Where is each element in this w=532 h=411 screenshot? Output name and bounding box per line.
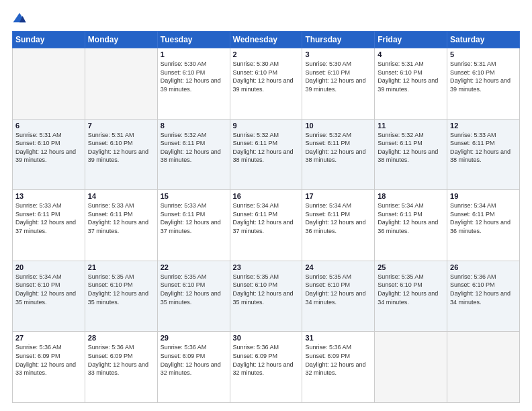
day-number: 7: [88, 122, 154, 130]
calendar-day-cell: 31Sunrise: 5:36 AM Sunset: 6:09 PM Dayli…: [302, 332, 375, 403]
day-number: 30: [233, 334, 300, 342]
calendar-day-cell: 18Sunrise: 5:34 AM Sunset: 6:11 PM Dayli…: [375, 190, 447, 261]
calendar-day-cell: 1Sunrise: 5:30 AM Sunset: 6:10 PM Daylig…: [157, 48, 230, 120]
day-info: Sunrise: 5:36 AM Sunset: 6:09 PM Dayligh…: [161, 343, 227, 377]
day-number: 1: [161, 50, 227, 58]
day-info: Sunrise: 5:35 AM Sunset: 6:10 PM Dayligh…: [378, 273, 444, 306]
day-number: 6: [15, 122, 82, 130]
calendar-day-cell: 30Sunrise: 5:36 AM Sunset: 6:09 PM Dayli…: [230, 332, 302, 403]
day-info: Sunrise: 5:36 AM Sunset: 6:09 PM Dayligh…: [88, 343, 154, 377]
day-number: 25: [378, 263, 444, 271]
calendar-day-cell: [13, 48, 85, 120]
day-number: 31: [305, 334, 371, 342]
logo-icon: [12, 11, 27, 26]
calendar-day-cell: 10Sunrise: 5:32 AM Sunset: 6:11 PM Dayli…: [302, 119, 375, 190]
day-info: Sunrise: 5:34 AM Sunset: 6:11 PM Dayligh…: [305, 201, 371, 235]
calendar-week-row: 13Sunrise: 5:33 AM Sunset: 6:11 PM Dayli…: [13, 190, 520, 261]
calendar-day-cell: 11Sunrise: 5:32 AM Sunset: 6:11 PM Dayli…: [375, 119, 447, 190]
weekday-header-cell: Thursday: [302, 32, 375, 48]
calendar-day-cell: 23Sunrise: 5:35 AM Sunset: 6:10 PM Dayli…: [230, 261, 302, 332]
day-number: 16: [233, 192, 300, 200]
calendar-table: SundayMondayTuesdayWednesdayThursdayFrid…: [12, 31, 520, 403]
calendar-day-cell: 3Sunrise: 5:30 AM Sunset: 6:10 PM Daylig…: [302, 48, 375, 120]
day-info: Sunrise: 5:32 AM Sunset: 6:11 PM Dayligh…: [233, 131, 300, 165]
calendar-day-cell: 9Sunrise: 5:32 AM Sunset: 6:11 PM Daylig…: [230, 119, 302, 190]
day-info: Sunrise: 5:33 AM Sunset: 6:11 PM Dayligh…: [88, 201, 154, 235]
day-info: Sunrise: 5:32 AM Sunset: 6:11 PM Dayligh…: [305, 131, 371, 165]
day-number: 15: [161, 192, 227, 200]
day-info: Sunrise: 5:35 AM Sunset: 6:10 PM Dayligh…: [233, 273, 300, 306]
calendar-day-cell: 27Sunrise: 5:36 AM Sunset: 6:09 PM Dayli…: [13, 332, 85, 403]
day-number: 24: [305, 263, 371, 271]
day-info: Sunrise: 5:33 AM Sunset: 6:11 PM Dayligh…: [450, 131, 517, 165]
day-info: Sunrise: 5:34 AM Sunset: 6:11 PM Dayligh…: [450, 201, 517, 235]
calendar-day-cell: 15Sunrise: 5:33 AM Sunset: 6:11 PM Dayli…: [157, 190, 230, 261]
day-info: Sunrise: 5:30 AM Sunset: 6:10 PM Dayligh…: [233, 60, 300, 93]
calendar-day-cell: 12Sunrise: 5:33 AM Sunset: 6:11 PM Dayli…: [447, 119, 520, 190]
calendar-day-cell: 20Sunrise: 5:34 AM Sunset: 6:10 PM Dayli…: [13, 261, 85, 332]
calendar-day-cell: 13Sunrise: 5:33 AM Sunset: 6:11 PM Dayli…: [13, 190, 85, 261]
weekday-header-cell: Sunday: [13, 32, 85, 48]
day-number: 18: [378, 192, 444, 200]
day-info: Sunrise: 5:31 AM Sunset: 6:10 PM Dayligh…: [15, 131, 82, 165]
day-info: Sunrise: 5:36 AM Sunset: 6:09 PM Dayligh…: [305, 343, 371, 377]
day-number: 17: [305, 192, 371, 200]
day-info: Sunrise: 5:33 AM Sunset: 6:11 PM Dayligh…: [161, 201, 227, 235]
logo: [12, 11, 30, 26]
day-number: 27: [15, 334, 82, 342]
day-number: 11: [378, 122, 444, 130]
header: [12, 11, 520, 26]
calendar-day-cell: [447, 332, 520, 403]
calendar-day-cell: 4Sunrise: 5:31 AM Sunset: 6:10 PM Daylig…: [375, 48, 447, 120]
day-info: Sunrise: 5:34 AM Sunset: 6:10 PM Dayligh…: [15, 273, 82, 306]
day-info: Sunrise: 5:31 AM Sunset: 6:10 PM Dayligh…: [88, 131, 154, 165]
day-info: Sunrise: 5:35 AM Sunset: 6:10 PM Dayligh…: [161, 273, 227, 306]
weekday-header-cell: Tuesday: [157, 32, 230, 48]
calendar-day-cell: 14Sunrise: 5:33 AM Sunset: 6:11 PM Dayli…: [85, 190, 157, 261]
day-number: 13: [15, 192, 82, 200]
calendar-day-cell: 5Sunrise: 5:31 AM Sunset: 6:10 PM Daylig…: [447, 48, 520, 120]
calendar-day-cell: 25Sunrise: 5:35 AM Sunset: 6:10 PM Dayli…: [375, 261, 447, 332]
calendar-day-cell: 16Sunrise: 5:34 AM Sunset: 6:11 PM Dayli…: [230, 190, 302, 261]
day-number: 20: [15, 263, 82, 271]
day-number: 28: [88, 334, 154, 342]
calendar-week-row: 6Sunrise: 5:31 AM Sunset: 6:10 PM Daylig…: [13, 119, 520, 190]
day-number: 4: [378, 50, 444, 58]
calendar-day-cell: 21Sunrise: 5:35 AM Sunset: 6:10 PM Dayli…: [85, 261, 157, 332]
calendar-day-cell: 26Sunrise: 5:36 AM Sunset: 6:10 PM Dayli…: [447, 261, 520, 332]
day-number: 12: [450, 122, 517, 130]
day-info: Sunrise: 5:36 AM Sunset: 6:10 PM Dayligh…: [450, 273, 517, 306]
calendar-day-cell: 2Sunrise: 5:30 AM Sunset: 6:10 PM Daylig…: [230, 48, 302, 120]
weekday-header-cell: Monday: [85, 32, 157, 48]
weekday-header-cell: Friday: [375, 32, 447, 48]
day-number: 14: [88, 192, 154, 200]
day-number: 29: [161, 334, 227, 342]
calendar-day-cell: 29Sunrise: 5:36 AM Sunset: 6:09 PM Dayli…: [157, 332, 230, 403]
day-info: Sunrise: 5:36 AM Sunset: 6:09 PM Dayligh…: [233, 343, 300, 377]
calendar-day-cell: 22Sunrise: 5:35 AM Sunset: 6:10 PM Dayli…: [157, 261, 230, 332]
day-info: Sunrise: 5:33 AM Sunset: 6:11 PM Dayligh…: [15, 201, 82, 235]
day-number: 5: [450, 50, 517, 58]
day-info: Sunrise: 5:34 AM Sunset: 6:11 PM Dayligh…: [233, 201, 300, 235]
page: SundayMondayTuesdayWednesdayThursdayFrid…: [0, 0, 532, 411]
calendar-day-cell: [375, 332, 447, 403]
calendar-day-cell: 6Sunrise: 5:31 AM Sunset: 6:10 PM Daylig…: [13, 119, 85, 190]
calendar-day-cell: 24Sunrise: 5:35 AM Sunset: 6:10 PM Dayli…: [302, 261, 375, 332]
day-number: 2: [233, 50, 300, 58]
day-number: 8: [161, 122, 227, 130]
calendar-day-cell: [85, 48, 157, 120]
calendar-week-row: 27Sunrise: 5:36 AM Sunset: 6:09 PM Dayli…: [13, 332, 520, 403]
calendar-week-row: 20Sunrise: 5:34 AM Sunset: 6:10 PM Dayli…: [13, 261, 520, 332]
day-info: Sunrise: 5:32 AM Sunset: 6:11 PM Dayligh…: [378, 131, 444, 165]
day-info: Sunrise: 5:31 AM Sunset: 6:10 PM Dayligh…: [450, 60, 517, 93]
day-info: Sunrise: 5:35 AM Sunset: 6:10 PM Dayligh…: [88, 273, 154, 306]
day-number: 3: [305, 50, 371, 58]
calendar-day-cell: 28Sunrise: 5:36 AM Sunset: 6:09 PM Dayli…: [85, 332, 157, 403]
day-info: Sunrise: 5:32 AM Sunset: 6:11 PM Dayligh…: [161, 131, 227, 165]
day-info: Sunrise: 5:30 AM Sunset: 6:10 PM Dayligh…: [305, 60, 371, 93]
calendar-day-cell: 19Sunrise: 5:34 AM Sunset: 6:11 PM Dayli…: [447, 190, 520, 261]
day-info: Sunrise: 5:30 AM Sunset: 6:10 PM Dayligh…: [161, 60, 227, 93]
calendar-day-cell: 17Sunrise: 5:34 AM Sunset: 6:11 PM Dayli…: [302, 190, 375, 261]
calendar-body: 1Sunrise: 5:30 AM Sunset: 6:10 PM Daylig…: [13, 48, 520, 403]
day-number: 10: [305, 122, 371, 130]
